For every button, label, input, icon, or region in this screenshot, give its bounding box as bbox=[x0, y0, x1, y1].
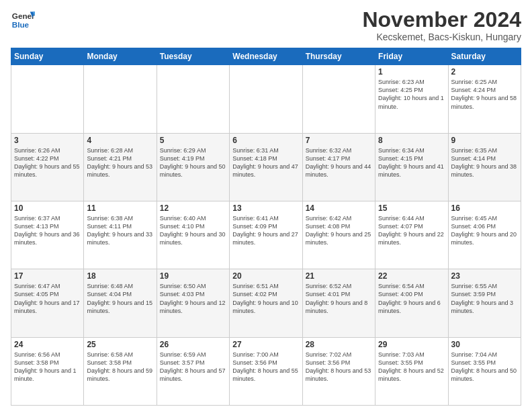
day-info: Sunrise: 6:54 AM Sunset: 4:00 PM Dayligh… bbox=[378, 282, 445, 315]
calendar-week-3: 10Sunrise: 6:37 AM Sunset: 4:13 PM Dayli… bbox=[11, 201, 521, 269]
table-cell bbox=[302, 65, 375, 133]
day-info: Sunrise: 7:03 AM Sunset: 3:55 PM Dayligh… bbox=[378, 351, 445, 383]
col-thursday: Thursday bbox=[302, 48, 375, 65]
day-number: 8 bbox=[378, 136, 445, 145]
table-cell: 25Sunrise: 6:58 AM Sunset: 3:58 PM Dayli… bbox=[84, 337, 157, 405]
col-wednesday: Wednesday bbox=[230, 48, 302, 65]
table-cell: 3Sunrise: 6:26 AM Sunset: 4:22 PM Daylig… bbox=[11, 133, 84, 201]
day-number: 20 bbox=[232, 271, 299, 281]
col-sunday: Sunday bbox=[11, 48, 84, 65]
table-cell: 5Sunrise: 6:29 AM Sunset: 4:19 PM Daylig… bbox=[157, 133, 229, 201]
table-cell: 10Sunrise: 6:37 AM Sunset: 4:13 PM Dayli… bbox=[11, 201, 84, 269]
table-cell: 28Sunrise: 7:02 AM Sunset: 3:56 PM Dayli… bbox=[302, 337, 375, 405]
day-number: 30 bbox=[451, 340, 518, 349]
day-number: 16 bbox=[451, 203, 518, 213]
day-number: 25 bbox=[87, 340, 153, 349]
day-number: 6 bbox=[232, 136, 299, 145]
day-info: Sunrise: 6:48 AM Sunset: 4:04 PM Dayligh… bbox=[87, 282, 153, 315]
day-info: Sunrise: 6:44 AM Sunset: 4:07 PM Dayligh… bbox=[378, 214, 445, 247]
day-info: Sunrise: 6:25 AM Sunset: 4:24 PM Dayligh… bbox=[451, 78, 518, 111]
title-block: November 2024 Kecskemet, Bacs-Kiskun, Hu… bbox=[362, 8, 521, 42]
day-info: Sunrise: 6:58 AM Sunset: 3:58 PM Dayligh… bbox=[87, 351, 153, 383]
table-cell: 29Sunrise: 7:03 AM Sunset: 3:55 PM Dayli… bbox=[375, 337, 448, 405]
day-info: Sunrise: 6:29 AM Sunset: 4:19 PM Dayligh… bbox=[160, 146, 226, 179]
calendar-table: Sunday Monday Tuesday Wednesday Thursday… bbox=[11, 48, 521, 406]
col-tuesday: Tuesday bbox=[157, 48, 229, 65]
day-info: Sunrise: 6:52 AM Sunset: 4:01 PM Dayligh… bbox=[306, 282, 372, 315]
day-info: Sunrise: 6:45 AM Sunset: 4:06 PM Dayligh… bbox=[451, 214, 518, 247]
day-info: Sunrise: 7:02 AM Sunset: 3:56 PM Dayligh… bbox=[306, 351, 372, 383]
table-cell: 8Sunrise: 6:34 AM Sunset: 4:15 PM Daylig… bbox=[375, 133, 448, 201]
svg-text:Blue: Blue bbox=[12, 20, 30, 29]
table-cell: 2Sunrise: 6:25 AM Sunset: 4:24 PM Daylig… bbox=[448, 65, 521, 133]
day-number: 7 bbox=[306, 136, 372, 145]
calendar-week-2: 3Sunrise: 6:26 AM Sunset: 4:22 PM Daylig… bbox=[11, 133, 521, 201]
day-info: Sunrise: 6:32 AM Sunset: 4:17 PM Dayligh… bbox=[306, 146, 372, 179]
logo-icon: General Blue bbox=[11, 8, 35, 32]
table-cell: 11Sunrise: 6:38 AM Sunset: 4:11 PM Dayli… bbox=[84, 201, 157, 269]
table-cell: 9Sunrise: 6:35 AM Sunset: 4:14 PM Daylig… bbox=[448, 133, 521, 201]
day-number: 14 bbox=[306, 203, 372, 213]
table-cell: 4Sunrise: 6:28 AM Sunset: 4:21 PM Daylig… bbox=[84, 133, 157, 201]
day-number: 15 bbox=[378, 203, 445, 213]
day-info: Sunrise: 6:55 AM Sunset: 3:59 PM Dayligh… bbox=[451, 282, 518, 315]
subtitle: Kecskemet, Bacs-Kiskun, Hungary bbox=[362, 32, 521, 42]
table-cell: 30Sunrise: 7:04 AM Sunset: 3:55 PM Dayli… bbox=[448, 337, 521, 405]
day-number: 3 bbox=[14, 136, 81, 145]
table-cell: 24Sunrise: 6:56 AM Sunset: 3:58 PM Dayli… bbox=[11, 337, 84, 405]
table-cell: 21Sunrise: 6:52 AM Sunset: 4:01 PM Dayli… bbox=[302, 269, 375, 337]
day-info: Sunrise: 6:35 AM Sunset: 4:14 PM Dayligh… bbox=[451, 146, 518, 179]
table-cell: 6Sunrise: 6:31 AM Sunset: 4:18 PM Daylig… bbox=[230, 133, 302, 201]
month-title: November 2024 bbox=[362, 8, 521, 32]
calendar-week-1: 1Sunrise: 6:23 AM Sunset: 4:25 PM Daylig… bbox=[11, 65, 521, 133]
day-number: 12 bbox=[160, 203, 226, 213]
day-number: 17 bbox=[14, 271, 81, 281]
col-friday: Friday bbox=[375, 48, 448, 65]
day-number: 24 bbox=[14, 340, 81, 349]
day-number: 18 bbox=[87, 271, 153, 281]
day-number: 19 bbox=[160, 271, 226, 281]
day-info: Sunrise: 6:37 AM Sunset: 4:13 PM Dayligh… bbox=[14, 214, 81, 247]
day-info: Sunrise: 6:31 AM Sunset: 4:18 PM Dayligh… bbox=[232, 146, 299, 179]
day-info: Sunrise: 6:51 AM Sunset: 4:02 PM Dayligh… bbox=[232, 282, 299, 315]
day-number: 5 bbox=[160, 136, 226, 145]
day-info: Sunrise: 6:38 AM Sunset: 4:11 PM Dayligh… bbox=[87, 214, 153, 247]
day-number: 13 bbox=[232, 203, 299, 213]
table-cell: 19Sunrise: 6:50 AM Sunset: 4:03 PM Dayli… bbox=[157, 269, 229, 337]
day-info: Sunrise: 6:41 AM Sunset: 4:09 PM Dayligh… bbox=[232, 214, 299, 247]
day-info: Sunrise: 6:50 AM Sunset: 4:03 PM Dayligh… bbox=[160, 282, 226, 315]
table-cell: 14Sunrise: 6:42 AM Sunset: 4:08 PM Dayli… bbox=[302, 201, 375, 269]
day-number: 29 bbox=[378, 340, 445, 349]
logo: General Blue bbox=[11, 8, 35, 32]
table-cell bbox=[84, 65, 157, 133]
calendar-week-4: 17Sunrise: 6:47 AM Sunset: 4:05 PM Dayli… bbox=[11, 269, 521, 337]
table-cell: 1Sunrise: 6:23 AM Sunset: 4:25 PM Daylig… bbox=[375, 65, 448, 133]
table-cell: 16Sunrise: 6:45 AM Sunset: 4:06 PM Dayli… bbox=[448, 201, 521, 269]
calendar-week-5: 24Sunrise: 6:56 AM Sunset: 3:58 PM Dayli… bbox=[11, 337, 521, 405]
table-cell: 26Sunrise: 6:59 AM Sunset: 3:57 PM Dayli… bbox=[157, 337, 229, 405]
table-cell: 20Sunrise: 6:51 AM Sunset: 4:02 PM Dayli… bbox=[230, 269, 302, 337]
table-cell: 22Sunrise: 6:54 AM Sunset: 4:00 PM Dayli… bbox=[375, 269, 448, 337]
day-number: 21 bbox=[306, 271, 372, 281]
day-number: 28 bbox=[306, 340, 372, 349]
page: General Blue November 2024 Kecskemet, Ba… bbox=[0, 0, 532, 411]
header: General Blue November 2024 Kecskemet, Ba… bbox=[11, 8, 521, 42]
table-cell bbox=[230, 65, 302, 133]
day-number: 22 bbox=[378, 271, 445, 281]
day-number: 2 bbox=[451, 67, 518, 77]
day-number: 1 bbox=[378, 67, 445, 77]
day-info: Sunrise: 6:40 AM Sunset: 4:10 PM Dayligh… bbox=[160, 214, 226, 247]
day-info: Sunrise: 6:28 AM Sunset: 4:21 PM Dayligh… bbox=[87, 146, 153, 179]
col-monday: Monday bbox=[84, 48, 157, 65]
table-cell: 12Sunrise: 6:40 AM Sunset: 4:10 PM Dayli… bbox=[157, 201, 229, 269]
day-number: 9 bbox=[451, 136, 518, 145]
day-info: Sunrise: 7:00 AM Sunset: 3:56 PM Dayligh… bbox=[232, 351, 299, 383]
day-info: Sunrise: 6:26 AM Sunset: 4:22 PM Dayligh… bbox=[14, 146, 81, 179]
day-number: 11 bbox=[87, 203, 153, 213]
table-cell: 23Sunrise: 6:55 AM Sunset: 3:59 PM Dayli… bbox=[448, 269, 521, 337]
day-info: Sunrise: 6:23 AM Sunset: 4:25 PM Dayligh… bbox=[378, 78, 445, 111]
day-info: Sunrise: 6:56 AM Sunset: 3:58 PM Dayligh… bbox=[14, 351, 81, 383]
table-cell: 7Sunrise: 6:32 AM Sunset: 4:17 PM Daylig… bbox=[302, 133, 375, 201]
day-info: Sunrise: 6:47 AM Sunset: 4:05 PM Dayligh… bbox=[14, 282, 81, 315]
day-info: Sunrise: 7:04 AM Sunset: 3:55 PM Dayligh… bbox=[451, 351, 518, 383]
